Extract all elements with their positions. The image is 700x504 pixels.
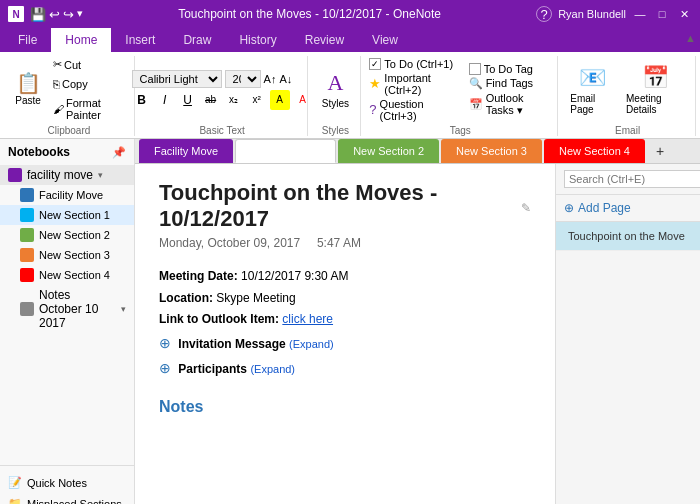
notes-expand-arrow: ▾ [121,304,126,314]
section-icon-red [20,268,34,282]
minimize-button[interactable]: — [632,6,648,22]
search-input[interactable] [564,170,700,188]
pin-icon[interactable]: 📌 [112,146,126,159]
tab-view[interactable]: View [358,28,412,52]
important-tag[interactable]: ★ Important (Ctrl+2) [369,72,457,96]
notes-icon [20,302,34,316]
highlight-button[interactable]: A [270,90,290,110]
title-bar-left: N 💾 ↩ ↪ ▾ [8,6,83,22]
font-size-increase[interactable]: A↑ [264,73,277,85]
page-list-item[interactable]: Touchpoint on the Move [556,222,700,251]
tab-new-section-4[interactable]: New Section 4 [544,139,645,163]
styles-group: A Styles Styles [310,56,361,136]
italic-button[interactable]: I [155,90,175,110]
notes-oct-10-label: Notes October 10 2017 [39,288,116,330]
find-tags-item[interactable]: 🔍 Find Tags [469,77,552,90]
tab-new-section-1[interactable]: New Section 1 [235,139,336,163]
paste-button[interactable]: 📋 Paste [10,70,46,109]
bold-button[interactable]: B [132,90,152,110]
ribbon-tab-bar: File Home Insert Draw History Review Vie… [0,28,700,52]
question-tag[interactable]: ? Question (Ctrl+3) [369,98,457,122]
add-page-button[interactable]: ⊕ Add Page [556,195,700,222]
tab-insert[interactable]: Insert [111,28,169,52]
format-painter-button[interactable]: 🖌 Format Painter [49,95,128,123]
tab-file[interactable]: File [4,28,51,52]
section-new-2[interactable]: New Section 2 [0,225,134,245]
copy-button[interactable]: ⎘ Copy [49,76,128,92]
section-new-1[interactable]: New Section 1 [0,205,134,225]
font-size-decrease[interactable]: A↓ [279,73,292,85]
section-icon-green [20,228,34,242]
todo-tag-item[interactable]: To Do Tag [469,63,552,75]
undo-icon[interactable]: ↩ [49,7,60,22]
invitation-expand-icon[interactable]: ⊕ [159,335,171,351]
add-section-button[interactable]: + [647,139,673,163]
section-facility-move-label: Facility Move [39,189,103,201]
tab-new-section-3[interactable]: New Section 3 [441,139,542,163]
section-new-4[interactable]: New Section 4 [0,265,134,285]
redo-icon[interactable]: ↪ [63,7,74,22]
basic-text-group: Calibri Light 20 A↑ A↓ B I U ab x₂ [137,56,309,136]
location-line: Location: Skype Meeting [159,288,531,310]
save-icon[interactable]: 💾 [30,7,46,22]
superscript-button[interactable]: x² [247,90,267,110]
onenote-app-icon: N [8,6,24,22]
styles-group-label: Styles [322,123,349,136]
tab-home[interactable]: Home [51,28,111,52]
tab-history[interactable]: History [225,28,290,52]
meeting-details-label: Meeting Details [626,93,685,115]
help-icon[interactable]: ? [536,6,552,22]
outlook-tasks-item[interactable]: 📅 Outlook Tasks ▾ [469,92,552,117]
styles-button[interactable]: A Styles [314,67,357,112]
ribbon: File Home Insert Draw History Review Vie… [0,28,700,139]
subscript-button[interactable]: x₂ [224,90,244,110]
close-button[interactable]: ✕ [676,6,692,22]
tab-review[interactable]: Review [291,28,358,52]
section-new-2-label: New Section 2 [39,229,110,241]
misplaced-sections-item[interactable]: 📁 Misplaced Sections [8,493,126,504]
page-title: Touchpoint on the Moves - 10/12/2017 [159,180,521,232]
participants-expand-button[interactable]: (Expand) [250,363,295,375]
edit-page-icon[interactable]: ✎ [521,201,531,215]
content-wrapper: Touchpoint on the Moves - 10/12/2017 ✎ M… [135,164,700,504]
tags-left: To Do (Ctrl+1) ★ Important (Ctrl+2) ? Qu… [369,58,457,122]
email-page-button[interactable]: 📧 Email Page [566,63,618,117]
tab-facility-move[interactable]: Facility Move [139,139,233,163]
participants-expand-icon[interactable]: ⊕ [159,360,171,376]
outlook-link[interactable]: click here [282,312,333,326]
outlook-icon: 📅 [469,98,483,111]
tags-group-label: Tags [450,123,471,136]
todo-tag-checkbox [469,63,481,75]
tab-new-section-2[interactable]: New Section 2 [338,139,439,163]
notebook-facility-move[interactable]: facility move ▾ [0,165,134,185]
quick-notes-icon: 📝 [8,476,22,489]
quick-notes-item[interactable]: 📝 Quick Notes [8,472,126,493]
todo-tag[interactable]: To Do (Ctrl+1) [369,58,457,70]
invitation-line: ⊕ Invitation Message (Expand) [159,331,531,356]
section-icon-blue [20,188,34,202]
underline-button[interactable]: U [178,90,198,110]
maximize-button[interactable]: □ [654,6,670,22]
notes-oct-10[interactable]: Notes October 10 2017 ▾ [0,285,134,333]
ribbon-collapse-button[interactable]: ▲ [685,32,696,44]
section-facility-move[interactable]: Facility Move [0,185,134,205]
section-new-3[interactable]: New Section 3 [0,245,134,265]
font-family-select[interactable]: Calibri Light [132,70,222,88]
tags-group: To Do (Ctrl+1) ★ Important (Ctrl+2) ? Qu… [363,56,558,136]
meeting-details-button[interactable]: 📅 Meeting Details [622,63,689,117]
copy-icon: ⎘ [53,78,60,90]
search-bar: 🔍 [556,164,700,195]
find-tags-icon: 🔍 [469,77,483,90]
user-name: Ryan Blundell [558,8,626,20]
section-new-1-label: New Section 1 [39,209,110,221]
clipboard-group: 📋 Paste ✂ Cut ⎘ Copy 🖌 Format Painter [4,56,135,136]
notes-heading: Notes [159,393,531,422]
invitation-expand-button[interactable]: (Expand) [289,338,334,350]
notebook-icon [8,168,22,182]
font-size-select[interactable]: 20 [225,70,261,88]
styles-label: Styles [322,98,349,109]
cut-button[interactable]: ✂ Cut [49,56,128,73]
tab-draw[interactable]: Draw [169,28,225,52]
strikethrough-button[interactable]: ab [201,90,221,110]
star-icon: ★ [369,76,381,91]
